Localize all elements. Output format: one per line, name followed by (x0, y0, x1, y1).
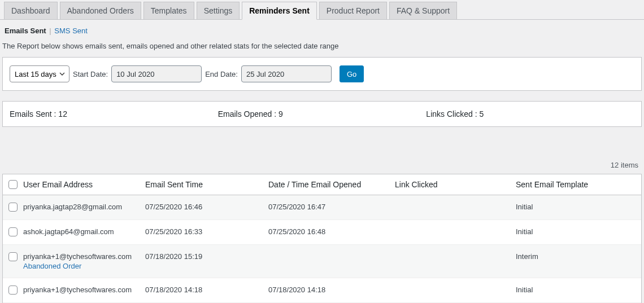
items-count: 12 items (0, 127, 644, 174)
tab-faq-support[interactable]: FAQ & Support (389, 2, 457, 19)
cell-template: Interim (516, 252, 641, 261)
main-tabs: DashboardAbandoned OrdersTemplatesSettin… (0, 0, 644, 20)
col-header-sent[interactable]: Email Sent Time (145, 180, 268, 189)
emails-table: User Email Address Email Sent Time Date … (2, 174, 642, 303)
cell-opened: 07/18/2020 14:18 (268, 286, 395, 294)
end-date-label: End Date: (205, 70, 238, 78)
cell-email: priyanka+1@tychesoftwares.com (21, 286, 145, 294)
row-checkbox[interactable] (8, 227, 18, 236)
end-date-input[interactable] (241, 65, 332, 82)
tab-templates[interactable]: Templates (143, 2, 194, 19)
subtab-separator: | (49, 27, 51, 35)
sub-tabs: Emails Sent | SMS Sent (0, 20, 644, 39)
start-date-label: Start Date: (73, 70, 108, 78)
links-clicked-stat: Links Clicked : 5 (426, 109, 634, 118)
stats-panel: Emails Sent : 12 Emails Opened : 9 Links… (2, 101, 642, 127)
cell-sent: 07/18/2020 14:18 (145, 286, 268, 294)
tab-abandoned-orders[interactable]: Abandoned Orders (60, 2, 141, 19)
col-header-email[interactable]: User Email Address (21, 180, 145, 189)
table-row: priyanka+1@tychesoftwares.comAbandoned O… (3, 245, 641, 278)
tab-product-report[interactable]: Product Report (319, 2, 387, 19)
tab-settings[interactable]: Settings (197, 2, 240, 19)
report-description: The Report below shows emails sent, emai… (0, 39, 644, 57)
table-row: priyanka+1@tychesoftwares.com07/18/2020 … (3, 278, 641, 303)
emails-sent-stat: Emails Sent : 12 (10, 109, 218, 118)
col-header-link[interactable]: Link Clicked (395, 180, 516, 189)
cell-template: Initial (516, 227, 641, 236)
start-date-input[interactable] (111, 65, 202, 82)
date-range-select[interactable]: Last 15 days (10, 65, 69, 82)
cell-template: Initial (516, 286, 641, 294)
cell-template: Initial (516, 203, 641, 211)
col-header-template[interactable]: Sent Email Template (516, 180, 641, 189)
subtab-emails-sent[interactable]: Emails Sent (5, 27, 46, 35)
tab-dashboard[interactable]: Dashboard (4, 2, 58, 19)
go-button[interactable]: Go (340, 65, 364, 82)
row-checkbox[interactable] (8, 252, 18, 261)
table-header: User Email Address Email Sent Time Date … (3, 174, 641, 195)
subtab-sms-sent[interactable]: SMS Sent (54, 27, 88, 35)
tab-reminders-sent[interactable]: Reminders Sent (242, 2, 317, 20)
cell-email: priyanka.jagtap28@gmail.com (21, 203, 145, 211)
filter-panel: Last 15 days Start Date: End Date: Go (2, 57, 642, 91)
table-row: priyanka.jagtap28@gmail.com07/25/2020 16… (3, 195, 641, 220)
abandoned-order-link[interactable]: Abandoned Order (23, 262, 145, 270)
cell-sent: 07/18/2020 15:19 (145, 252, 268, 261)
cell-sent: 07/25/2020 16:33 (145, 227, 268, 236)
row-checkbox[interactable] (8, 286, 18, 295)
cell-email: ashok.jagtap64@gmail.com (21, 227, 145, 236)
cell-opened: 07/25/2020 16:48 (268, 227, 395, 236)
select-all-checkbox[interactable] (8, 180, 18, 189)
col-header-opened[interactable]: Date / Time Email Opened (268, 180, 395, 189)
cell-opened: 07/25/2020 16:47 (268, 203, 395, 211)
table-row: ashok.jagtap64@gmail.com07/25/2020 16:33… (3, 220, 641, 245)
row-checkbox[interactable] (8, 203, 18, 212)
emails-opened-stat: Emails Opened : 9 (218, 109, 427, 118)
cell-email: priyanka+1@tychesoftwares.comAbandoned O… (21, 252, 145, 270)
cell-sent: 07/25/2020 16:46 (145, 203, 268, 211)
